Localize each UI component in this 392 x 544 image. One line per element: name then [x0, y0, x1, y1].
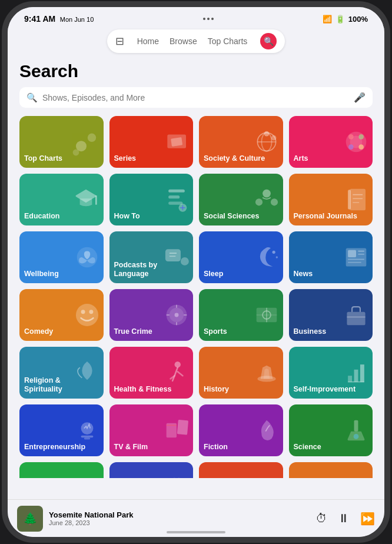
page-title: Search — [19, 61, 373, 81]
device-frame: 9:41 AM Mon Jun 10 📶 🔋 100% ⊟ Home Brows… — [8, 7, 384, 537]
tile-label: Top Charts — [24, 154, 99, 163]
search-icon: 🔍 — [264, 37, 274, 46]
player-title: Yosemite National Park — [49, 510, 310, 519]
player-thumb-icon: 🌲 — [23, 512, 38, 526]
svg-rect-20 — [168, 201, 182, 204]
category-tile[interactable]: Mental Health — [109, 462, 194, 478]
category-tile[interactable]: Health & Fitness — [109, 347, 194, 399]
wifi-icon: 📶 — [323, 15, 332, 24]
tile-label: Series — [114, 154, 189, 163]
home-indicator — [167, 531, 225, 533]
svg-point-25 — [255, 198, 262, 205]
svg-rect-40 — [348, 250, 356, 257]
main-content: Search 🔍 🎤 Top Charts Series Society & C… — [8, 57, 384, 478]
category-tile[interactable]: History — [199, 347, 283, 399]
category-tile[interactable]: Wellbeing — [19, 231, 104, 283]
svg-point-14 — [348, 144, 354, 150]
tile-label: Society & Culture — [204, 154, 278, 163]
speed-button[interactable]: ⏱ — [315, 512, 327, 525]
tile-label: Self-Improvement — [294, 385, 368, 394]
tile-label: Science — [294, 443, 368, 452]
status-date: Mon Jun 10 — [60, 16, 94, 23]
search-bar-icon: 🔍 — [26, 92, 38, 103]
category-tile[interactable]: Religion & Spirituality — [19, 347, 104, 399]
svg-rect-64 — [348, 376, 352, 382]
battery-icon: 🔋 — [335, 15, 345, 24]
tile-label: Fiction — [204, 443, 278, 452]
status-bar: 9:41 AM Mon Jun 10 📶 🔋 100% — [8, 7, 384, 26]
category-tile[interactable]: Comedy — [19, 289, 104, 341]
category-tile[interactable]: True Crime — [109, 289, 194, 341]
svg-rect-28 — [348, 190, 351, 209]
svg-point-38 — [275, 256, 277, 258]
tile-label: Personal Journals — [294, 212, 368, 221]
category-tile[interactable]: Kids & Family — [19, 462, 104, 478]
tile-label: Education — [24, 212, 99, 221]
svg-point-12 — [348, 134, 354, 140]
svg-rect-27 — [350, 189, 366, 211]
player-subtitle: June 28, 2023 — [49, 519, 310, 526]
tile-label: Entrepreneurship — [24, 443, 99, 452]
category-tile[interactable]: Arts — [289, 116, 373, 168]
svg-rect-59 — [347, 312, 365, 326]
tile-label: Arts — [294, 154, 368, 163]
microphone-icon[interactable]: 🎤 — [354, 92, 366, 103]
category-tile[interactable]: Education — [19, 174, 104, 225]
svg-point-46 — [81, 310, 85, 314]
svg-rect-4 — [171, 137, 182, 147]
player-controls: ⏱ ⏸ ⏩ — [315, 512, 375, 526]
svg-point-9 — [271, 135, 276, 141]
search-bar[interactable]: 🔍 🎤 — [19, 87, 373, 108]
nav-item-home[interactable]: Home — [137, 37, 159, 46]
nav-search-button[interactable]: 🔍 — [260, 33, 277, 49]
search-input[interactable] — [42, 93, 349, 102]
category-tile[interactable]: Sleep — [199, 231, 283, 283]
svg-rect-19 — [168, 195, 180, 198]
nav-item-top-charts[interactable]: Top Charts — [208, 37, 248, 46]
category-tile[interactable]: Relationships — [199, 462, 283, 478]
category-tile[interactable]: TV & Film — [109, 404, 194, 456]
tile-label: Podcasts by Language — [114, 261, 189, 278]
category-grid: Top Charts Series Society & Culture Arts… — [19, 116, 373, 478]
tile-label: History — [204, 385, 278, 394]
battery-level: 100% — [348, 15, 368, 24]
category-tile[interactable]: Science — [289, 404, 373, 456]
nav-item-browse[interactable]: Browse — [170, 37, 197, 46]
category-tile[interactable]: Social Sciences — [199, 174, 283, 225]
category-tile[interactable]: News — [289, 231, 373, 283]
tile-label: Business — [294, 327, 368, 336]
category-tile[interactable]: Fiction — [199, 404, 283, 456]
tile-label: Social Sciences — [204, 212, 278, 221]
category-tile[interactable]: Society & Culture — [199, 116, 283, 168]
category-tile[interactable]: Entrepreneurship — [19, 404, 104, 456]
svg-rect-71 — [177, 420, 188, 435]
svg-rect-33 — [165, 249, 181, 261]
category-tile[interactable]: Series — [109, 116, 194, 168]
svg-rect-69 — [84, 437, 89, 439]
player-thumbnail: 🌲 — [17, 506, 43, 532]
tile-label: How To — [114, 212, 189, 221]
status-time: 9:41 AM — [24, 14, 55, 24]
svg-rect-68 — [81, 436, 93, 437]
svg-rect-65 — [354, 370, 358, 382]
tile-label: News — [294, 270, 368, 278]
tile-label: Sports — [204, 327, 278, 336]
svg-point-74 — [354, 434, 359, 439]
sidebar-toggle-button[interactable]: ⊟ — [115, 35, 124, 48]
svg-rect-18 — [168, 190, 185, 193]
category-tile[interactable]: Documentary — [289, 462, 373, 478]
category-tile[interactable]: How To — [109, 174, 194, 225]
category-tile[interactable]: Business — [289, 289, 373, 341]
skip-forward-button[interactable]: ⏩ — [360, 512, 375, 526]
player-info: Yosemite National Park June 28, 2023 — [49, 510, 310, 526]
svg-point-1 — [87, 134, 95, 142]
category-tile[interactable]: Self-Improvement — [289, 347, 373, 399]
tile-label: Wellbeing — [24, 270, 99, 278]
svg-point-47 — [89, 310, 93, 314]
category-tile[interactable]: Sports — [199, 289, 283, 341]
category-tile[interactable]: Top Charts — [19, 116, 104, 168]
category-tile[interactable]: Podcasts by Language — [109, 231, 194, 283]
category-tile[interactable]: Personal Journals — [289, 174, 373, 225]
pause-button[interactable]: ⏸ — [338, 512, 350, 525]
tile-label: Health & Fitness — [114, 385, 189, 394]
